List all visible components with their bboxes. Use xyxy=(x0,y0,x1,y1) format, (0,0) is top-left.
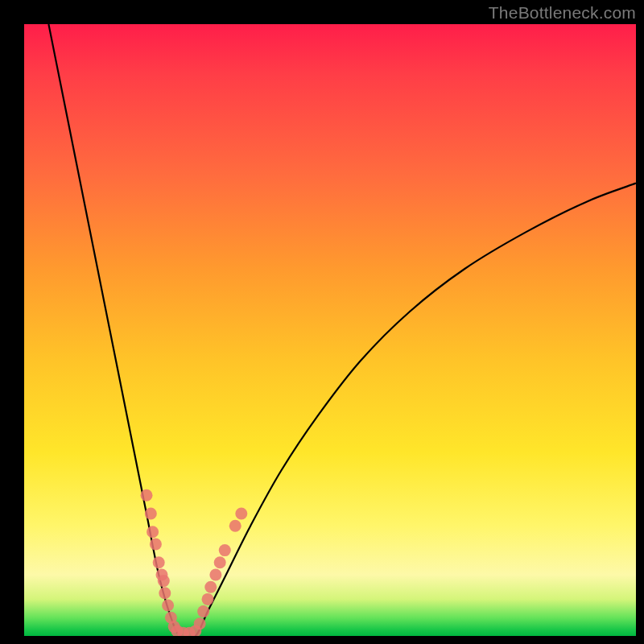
sample-point xyxy=(158,575,170,587)
sample-point xyxy=(150,539,162,551)
sample-point xyxy=(235,508,247,520)
sample-point xyxy=(229,520,242,532)
sample-point xyxy=(202,593,214,605)
sample-point xyxy=(141,489,153,502)
sample-point xyxy=(197,605,209,617)
plot-area xyxy=(24,24,636,636)
sample-point xyxy=(214,556,226,568)
sample-point xyxy=(209,569,221,581)
watermark-text: TheBottleneck.com xyxy=(489,3,636,23)
sample-point xyxy=(159,587,171,599)
sample-point xyxy=(219,544,231,556)
sample-point xyxy=(145,508,157,520)
sample-point xyxy=(147,526,159,538)
chart-svg xyxy=(24,24,636,636)
bottleneck-curve xyxy=(48,24,636,636)
sample-point xyxy=(204,581,217,593)
sample-point xyxy=(153,556,165,568)
curve-group xyxy=(48,24,636,636)
sample-point xyxy=(162,600,174,612)
chart-frame: TheBottleneck.com xyxy=(0,0,644,644)
sample-point xyxy=(194,617,206,630)
